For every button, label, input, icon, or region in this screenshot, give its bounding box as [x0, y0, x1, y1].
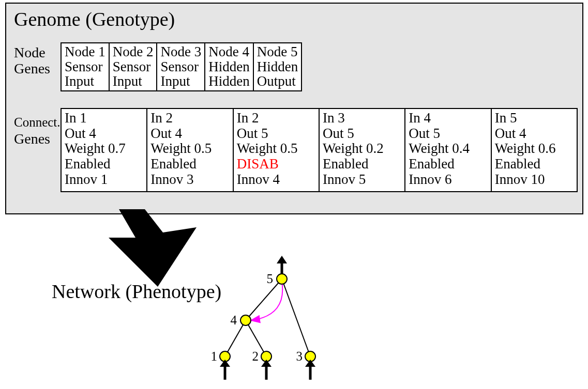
edge-5-4-recurrent: [252, 282, 282, 320]
conn-gene-innov: Innov 5: [323, 172, 401, 188]
conn-gene-weight: Weight 0.2: [323, 141, 401, 157]
edge-4-5: [246, 279, 282, 320]
conn-gene-out: Out 4: [150, 126, 229, 142]
genome-title: Genome (Genotype): [14, 8, 175, 30]
node-gene-5: Node 5 Hidden Output: [254, 43, 301, 90]
conn-gene-in: In 5: [495, 111, 574, 126]
conn-gene-status: Enabled: [323, 157, 401, 172]
conn-gene-in: In 3: [323, 111, 401, 126]
node-gene-name: Node 1: [65, 44, 105, 59]
conn-gene-weight: Weight 0.4: [409, 141, 487, 157]
conn-gene-status: Enabled: [65, 157, 143, 172]
node-genes-label: Node Genes: [14, 45, 50, 77]
conn-gene-out: Out 5: [323, 126, 401, 142]
genotype-to-phenotype-arrow-icon: [98, 204, 212, 292]
conn-gene-out: Out 4: [65, 126, 143, 142]
connect-genes-label-l2: Genes: [14, 130, 61, 148]
connect-genes-label: Connect. Genes: [14, 115, 61, 148]
conn-gene-6: In 5 Out 4 Weight 0.6 Enabled Innov 10: [492, 109, 577, 191]
conn-gene-out: Out 5: [237, 126, 315, 142]
node-gene-name: Node 5: [257, 44, 298, 59]
connect-genes-label-l1: Connect.: [14, 115, 61, 130]
network-node-1-label: 1: [211, 349, 218, 363]
node-genes-row: Node 1 Sensor Input Node 2 Sensor Input …: [61, 42, 302, 91]
conn-gene-weight: Weight 0.6: [495, 141, 574, 157]
conn-gene-weight: Weight 0.5: [150, 141, 229, 157]
node-gene-layer: Input: [113, 74, 154, 89]
conn-genes-row: In 1 Out 4 Weight 0.7 Enabled Innov 1 In…: [61, 108, 578, 192]
conn-gene-status: Enabled: [495, 157, 574, 172]
conn-gene-innov: Innov 6: [409, 172, 487, 188]
node-gene-type: Sensor: [160, 59, 201, 74]
node-gene-type: Hidden: [208, 59, 249, 74]
conn-gene-status: DISAB: [237, 157, 315, 172]
node-gene-layer: Output: [257, 74, 298, 89]
conn-gene-innov: Innov 1: [65, 172, 143, 188]
network-node-4-label: 4: [231, 313, 237, 327]
node-gene-4: Node 4 Hidden Hidden: [205, 43, 253, 90]
conn-gene-weight: Weight 0.7: [65, 141, 143, 157]
node-gene-3: Node 3 Sensor Input: [157, 43, 205, 90]
conn-gene-out: Out 5: [409, 126, 487, 142]
conn-gene-in: In 4: [409, 111, 487, 126]
node-genes-label-l2: Genes: [14, 61, 50, 77]
conn-gene-weight: Weight 0.5: [237, 141, 315, 157]
genome-genotype-box: Genome (Genotype) Node Genes Node 1 Sens…: [5, 3, 583, 214]
conn-gene-innov: Innov 10: [495, 172, 574, 188]
node-gene-type: Hidden: [257, 59, 298, 74]
node-gene-name: Node 4: [208, 44, 249, 59]
network-phenotype-diagram: 5 4 1 2 3: [204, 253, 370, 387]
conn-gene-in: In 2: [237, 111, 315, 126]
conn-gene-1: In 1 Out 4 Weight 0.7 Enabled Innov 1: [62, 109, 147, 191]
conn-gene-out: Out 4: [495, 126, 574, 142]
conn-gene-4: In 3 Out 5 Weight 0.2 Enabled Innov 5: [320, 109, 405, 191]
node-gene-layer: Hidden: [208, 74, 249, 89]
conn-gene-status: Enabled: [150, 157, 229, 172]
conn-gene-innov: Innov 4: [237, 172, 315, 188]
node-gene-type: Sensor: [113, 59, 154, 74]
node-gene-name: Node 2: [113, 44, 154, 59]
network-node-2-label: 2: [252, 349, 259, 363]
conn-gene-innov: Innov 3: [150, 172, 229, 188]
conn-gene-in: In 1: [65, 111, 143, 126]
node-gene-1: Node 1 Sensor Input: [62, 43, 110, 90]
conn-gene-in: In 2: [150, 111, 229, 126]
node-gene-type: Sensor: [65, 59, 105, 74]
network-node-5: [277, 274, 287, 284]
node-gene-name: Node 3: [160, 44, 201, 59]
network-node-5-label: 5: [267, 272, 274, 286]
network-node-4: [240, 315, 251, 325]
node-gene-layer: Input: [65, 74, 105, 89]
node-genes-label-l1: Node: [14, 45, 50, 61]
network-node-3-label: 3: [296, 349, 303, 363]
conn-gene-2: In 2 Out 4 Weight 0.5 Enabled Innov 3: [147, 109, 233, 191]
conn-gene-5: In 4 Out 5 Weight 0.4 Enabled Innov 6: [405, 109, 491, 191]
conn-gene-3: In 2 Out 5 Weight 0.5 DISAB Innov 4: [234, 109, 320, 191]
output-arrowhead-icon: [277, 256, 287, 263]
node-gene-2: Node 2 Sensor Input: [110, 43, 158, 90]
conn-gene-status: Enabled: [409, 157, 487, 172]
svg-marker-0: [109, 209, 197, 287]
edge-3-5: [282, 279, 310, 356]
node-gene-layer: Input: [160, 74, 201, 89]
